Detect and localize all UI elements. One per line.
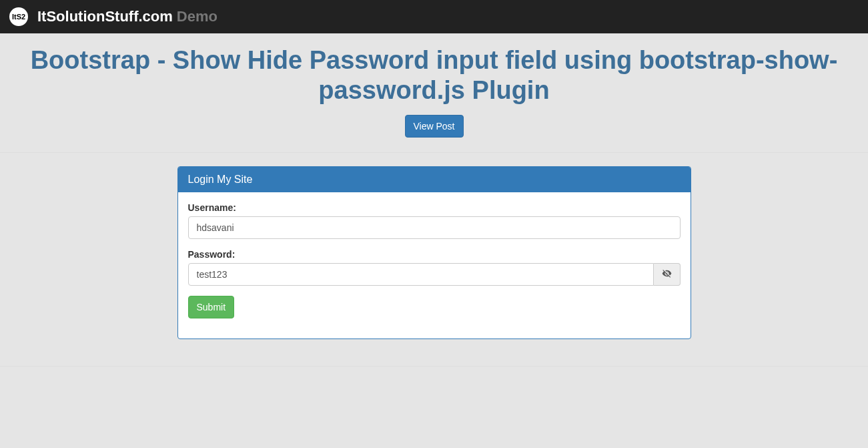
content-wrap: Login My Site Username: Password: [0,153,868,367]
password-group: Password: [188,249,681,286]
view-post-button[interactable]: View Post [405,115,464,138]
username-group: Username: [188,202,681,239]
eye-slash-icon [662,268,672,280]
username-input[interactable] [188,216,681,239]
navbar: ItS2 ItSolutionStuff.com Demo [0,0,868,33]
brand-name[interactable]: ItSolutionStuff.com [37,8,173,25]
submit-button[interactable]: Submit [188,296,235,318]
username-label: Username: [188,202,681,213]
page-title: Bootstrap - Show Hide Password input fie… [13,45,855,105]
login-panel: Login My Site Username: Password: [177,166,691,339]
toggle-password-button[interactable] [654,263,681,286]
brand-logo[interactable]: ItS2 [9,7,28,26]
panel-body: Username: Password: Submi [178,192,691,339]
panel-heading: Login My Site [178,167,691,192]
password-input-group [188,263,681,286]
submit-group: Submit [188,296,681,318]
password-label: Password: [188,249,681,260]
brand-sub: Demo [177,8,218,25]
password-input[interactable] [188,263,654,286]
header-section: Bootstrap - Show Hide Password input fie… [0,33,868,153]
